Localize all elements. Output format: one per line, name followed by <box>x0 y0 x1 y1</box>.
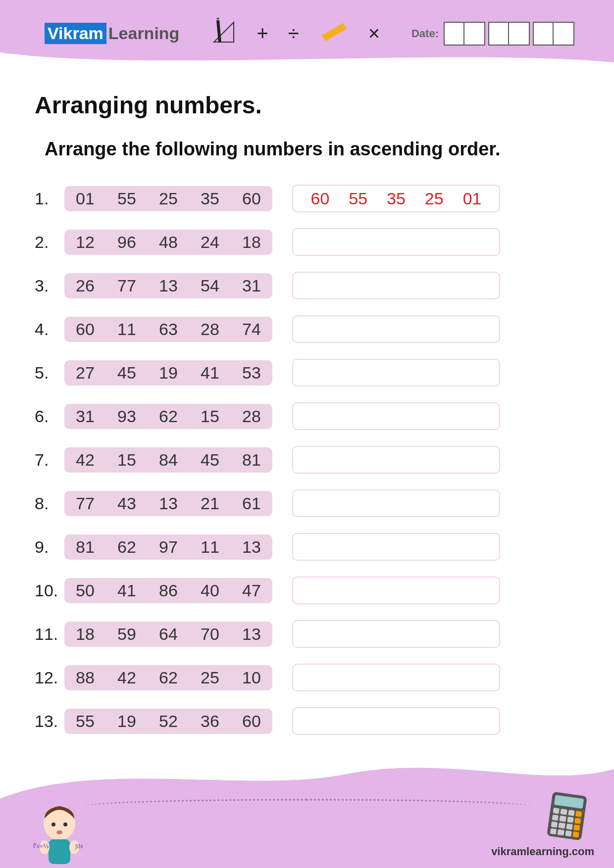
date-box[interactable] <box>464 22 485 46</box>
answer-box[interactable] <box>292 664 500 691</box>
pencil-triangle-icon <box>209 17 237 49</box>
dotted-path <box>84 799 530 814</box>
number-group: 8842622510 <box>64 665 272 690</box>
number-cell: 43 <box>115 494 139 513</box>
answer-box[interactable] <box>292 620 500 648</box>
number-cell: 81 <box>73 537 97 557</box>
answer-box[interactable] <box>292 402 500 430</box>
number-cell: 21 <box>198 494 222 513</box>
number-cell: 61 <box>240 494 263 513</box>
plus-icon: + <box>256 22 268 45</box>
svg-rect-8 <box>49 839 70 864</box>
number-cell: 27 <box>73 363 97 383</box>
number-cell: 88 <box>73 668 97 687</box>
answer-box[interactable] <box>292 707 500 735</box>
question-row: 8.7743132161 <box>35 489 579 517</box>
svg-text:∜x=⅓: ∜x=⅓ <box>33 843 49 850</box>
question-row: 12.8842622510 <box>35 664 579 691</box>
number-cell: 15 <box>198 407 222 426</box>
number-cell: 62 <box>115 537 139 557</box>
question-row: 1.01552535606055352501 <box>35 185 579 212</box>
answer-box[interactable] <box>292 577 500 604</box>
number-cell: 13 <box>240 537 263 557</box>
number-cell: 77 <box>73 494 97 513</box>
answer-box[interactable] <box>292 315 500 343</box>
footer-url: vikramlearning.com <box>491 845 594 858</box>
number-group: 2745194153 <box>64 360 272 386</box>
row-number: 7. <box>35 450 64 470</box>
number-cell: 55 <box>115 189 139 208</box>
row-number: 8. <box>35 494 64 513</box>
date-label: Date: <box>411 27 439 40</box>
number-cell: 48 <box>156 233 180 252</box>
answer-box[interactable] <box>292 228 500 256</box>
number-group: 8162971113 <box>64 534 272 560</box>
svg-text:∫dx: ∫dx <box>75 843 83 850</box>
number-cell: 60 <box>240 189 263 208</box>
header-wave <box>0 52 614 67</box>
date-box[interactable] <box>444 22 464 46</box>
page-subtitle: Arrange the following numbers in ascendi… <box>45 139 579 160</box>
number-cell: 41 <box>115 581 139 600</box>
number-group: 7743132161 <box>64 491 272 516</box>
number-group: 2677135431 <box>64 273 272 298</box>
answer-box[interactable] <box>292 359 500 386</box>
brand-part2: Learning <box>108 24 180 43</box>
number-cell: 42 <box>73 450 97 470</box>
question-row: 11.1859647013 <box>35 620 579 648</box>
number-cell: 54 <box>198 276 222 295</box>
question-row: 2.1296482418 <box>35 228 579 256</box>
svg-point-7 <box>56 830 62 834</box>
number-cell: 18 <box>240 233 263 252</box>
header-icons: + ÷ × <box>209 16 380 50</box>
answer-box[interactable] <box>292 272 500 299</box>
number-cell: 11 <box>115 320 139 339</box>
row-number: 3. <box>35 276 64 295</box>
footer: ∜x=⅓ ∫dx vikramlearning.com <box>0 784 614 868</box>
content: Arranging numbers. Arrange the following… <box>0 67 614 735</box>
number-group: 0155253560 <box>64 186 272 211</box>
number-cell: 41 <box>198 363 222 383</box>
answer-box[interactable] <box>292 489 500 517</box>
svg-line-1 <box>218 20 220 42</box>
answer-box[interactable]: 6055352501 <box>292 185 500 212</box>
answer-box[interactable] <box>292 533 500 561</box>
number-cell: 59 <box>115 625 139 644</box>
number-group: 4215844581 <box>64 447 272 473</box>
number-cell: 60 <box>240 712 263 731</box>
number-group: 1859647013 <box>64 622 272 647</box>
number-cell: 45 <box>198 450 222 470</box>
number-group: 3193621528 <box>64 404 272 429</box>
number-cell: 93 <box>115 407 139 426</box>
date-box[interactable] <box>554 22 574 46</box>
answer-box[interactable] <box>292 446 500 474</box>
date-box[interactable] <box>509 22 530 46</box>
question-row: 4.6011632874 <box>35 315 579 343</box>
times-icon: × <box>368 22 380 45</box>
number-cell: 42 <box>115 668 139 687</box>
row-number: 6. <box>35 407 64 426</box>
number-group: 6011632874 <box>64 317 272 342</box>
number-cell: 19 <box>115 712 139 731</box>
question-rows: 1.015525356060553525012.12964824183.2677… <box>35 185 579 735</box>
number-cell: 40 <box>198 581 222 600</box>
svg-rect-3 <box>322 23 347 41</box>
row-number: 2. <box>35 233 64 252</box>
number-group: 1296482418 <box>64 230 272 255</box>
question-row: 7.4215844581 <box>35 446 579 474</box>
question-row: 13.5519523660 <box>35 707 579 735</box>
number-cell: 13 <box>156 494 180 513</box>
number-cell: 01 <box>73 189 97 208</box>
number-cell: 13 <box>156 276 180 295</box>
number-cell: 62 <box>156 668 180 687</box>
svg-point-5 <box>51 822 55 826</box>
number-cell: 25 <box>198 668 222 687</box>
number-cell: 53 <box>240 363 263 383</box>
date-box[interactable] <box>533 22 554 46</box>
date-box[interactable] <box>488 22 509 46</box>
number-cell: 70 <box>198 625 222 644</box>
svg-point-6 <box>63 822 67 826</box>
question-row: 9.8162971113 <box>35 533 579 561</box>
number-group: 5519523660 <box>64 709 272 734</box>
answer-cell: 25 <box>422 189 446 208</box>
